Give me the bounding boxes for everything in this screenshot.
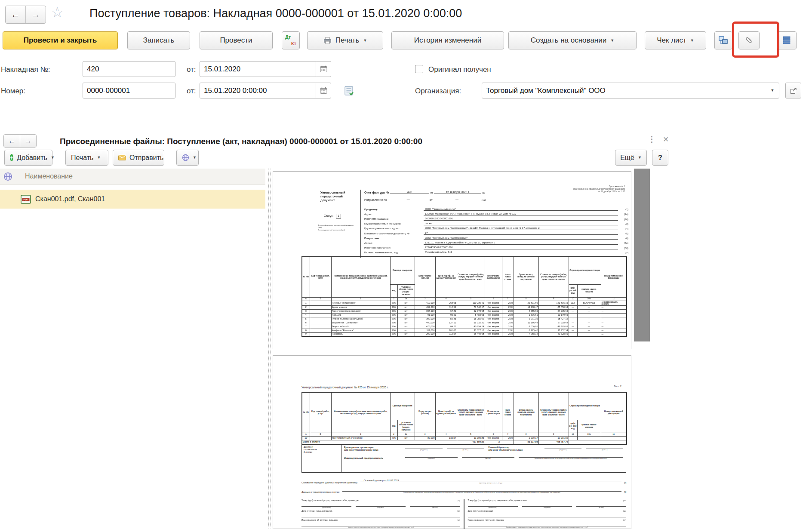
doc-cell: 20%	[502, 325, 514, 329]
doc-cell: шт	[397, 325, 415, 329]
print-button[interactable]: Печать ▼	[307, 31, 383, 49]
open-organization-button[interactable]	[785, 83, 801, 98]
doc-cell: 141 816,16	[538, 301, 569, 305]
file-row[interactable]: PDF Скан001.pdf, Скан001	[0, 190, 265, 209]
combo-arrow[interactable]: ▼	[766, 83, 779, 98]
back-button[interactable]: ←	[4, 135, 20, 147]
doc-cell: —	[569, 332, 577, 336]
doc-type-label: Универсальный передаточный документ	[320, 191, 357, 202]
original-received-label[interactable]: Оригинал получен	[428, 65, 491, 74]
doc2-basis-line: Основание передачи (сдачи) / получения (…	[301, 479, 626, 484]
doc-cell: Пюре чернослив с вишней	[331, 309, 390, 313]
add-file-button[interactable]: + Добавить ▼	[4, 150, 52, 166]
organization-input[interactable]: Торговый дом "Комплексный" ООО ▼	[482, 83, 779, 98]
structure-icon	[719, 36, 728, 45]
report-button[interactable]	[777, 31, 797, 49]
dtkt-button[interactable]: Дт Кт	[282, 31, 300, 49]
name-column-header[interactable]: Наименование	[25, 172, 73, 180]
from2-label: от:	[187, 87, 196, 95]
pane-splitter[interactable]	[268, 169, 271, 529]
window-menu-icon[interactable]: ⋮	[648, 134, 656, 144]
globe-icon	[182, 154, 189, 161]
doc-cell	[569, 440, 627, 444]
doc-cell: 18 427,12	[538, 317, 569, 321]
doc2-right-column: Товар (груз) получил / услуги, результат…	[464, 499, 627, 529]
doc-cell: 55 932,20	[457, 321, 485, 325]
save-button[interactable]: Записать	[127, 31, 190, 49]
doc-cell: Сумма налога, предъяв- ляемая покупателю	[514, 392, 538, 433]
doc-cell: Сумма налога, предъяв- ляемая покупателю	[514, 257, 538, 297]
doc-cell: 3	[415, 433, 435, 436]
doc-cell: 5	[457, 297, 485, 301]
doc-cell	[310, 332, 331, 336]
forward-button[interactable]: →	[25, 6, 46, 23]
doc-cell: 2а	[397, 297, 415, 301]
preview-scrollbar-thumb[interactable]	[634, 169, 650, 341]
date1-input[interactable]: 15.01.2020	[200, 61, 331, 77]
doc-cell: 440,000	[415, 321, 435, 325]
calendar-icon[interactable]	[316, 62, 331, 77]
doc2-sheet-label: Лист 2	[614, 385, 621, 388]
doc-cell: 796	[390, 329, 397, 332]
doc-cell: Творог взбитый	[331, 325, 390, 329]
number-input[interactable]: 0000-000001	[83, 83, 175, 98]
organization-label: Организация:	[415, 87, 461, 95]
structure-button[interactable]	[714, 31, 732, 49]
history-button[interactable]: История изменений	[391, 31, 504, 49]
doc-cell: 498 757,76	[538, 440, 569, 444]
doc-cell: условное обозна- чение (нацио- нальное)	[397, 284, 415, 297]
doc-cell: 83,000	[415, 436, 435, 440]
more-button[interactable]: Ещё ▼	[615, 150, 647, 166]
doc-cell: 22 778,98	[457, 309, 485, 313]
doc-cell	[310, 309, 331, 313]
calendar-icon[interactable]	[316, 83, 331, 98]
doc-cell: —	[569, 329, 577, 332]
report-lines-icon	[783, 36, 790, 45]
date2-input[interactable]: 15.01.2020 0:00:00	[200, 83, 331, 98]
help-button[interactable]: ?	[652, 150, 668, 166]
checklist-button[interactable]: Чек лист ▼	[645, 31, 706, 49]
forward-button[interactable]: →	[20, 135, 36, 147]
invoice-number-input[interactable]: 420	[83, 61, 175, 77]
doc-cell: 91,000	[415, 313, 435, 317]
send-file-button[interactable]: Отправить	[113, 150, 164, 166]
doc-cell: 50,85	[435, 317, 457, 321]
back-button[interactable]: ←	[6, 6, 25, 23]
stored-globe-icon[interactable]	[3, 172, 12, 181]
main-nav-buttons: ← →	[5, 6, 46, 24]
post-button[interactable]: Провести	[200, 31, 273, 49]
doc-item-row: 5Пудинг белково-шоколадный796шт302,00050…	[302, 317, 627, 321]
doc-cell: шт	[397, 309, 415, 313]
web-links-button[interactable]: ▼	[176, 150, 199, 166]
doc-handover-item: Товар (груз) получил / услуги, результат…	[468, 499, 627, 508]
doc-cell: —	[577, 313, 601, 317]
doc-cell: 2 200,17	[514, 436, 538, 440]
doc-cell: 10 179,66	[538, 313, 569, 317]
doc-cell: 71 542,17	[457, 305, 485, 309]
original-received-checkbox[interactable]	[415, 65, 423, 73]
favorite-star-icon[interactable]: ☆	[51, 3, 64, 21]
doc-cell: 796	[390, 321, 397, 325]
preview-pane-border	[669, 169, 669, 529]
attached-window-title: Присоединенные файлы: Поступление (акт, …	[60, 137, 422, 146]
doc-field-row: К платежно-расчетному документу № 27 (5)	[364, 230, 628, 235]
doc-cell: —	[569, 313, 577, 317]
doc-cell: 10а	[577, 433, 601, 436]
create-based-on-button[interactable]: Создать на основании ▼	[508, 31, 637, 49]
doc-cell: 6	[485, 297, 502, 301]
doc-cell: Страна происхождения товара	[569, 257, 601, 284]
doc-cell: 20%	[502, 436, 514, 440]
doc-cell: Крупа манная	[331, 305, 390, 309]
doc-item-row: 1Печенье "Юбилейное"796шт410,000268,9511…	[302, 301, 627, 305]
doc-cell: 4	[435, 297, 457, 301]
close-icon[interactable]: ✕	[663, 135, 669, 144]
document-movements-icon[interactable]	[343, 85, 354, 96]
print-file-button[interactable]: Печать ▼	[65, 150, 108, 166]
red-highlight-box	[732, 22, 779, 58]
doc2-header-line: Универсальный передаточный документ № 42…	[301, 386, 388, 389]
doc-status: Статус: 1	[324, 214, 341, 218]
doc-cell: 8	[302, 329, 310, 332]
doc-cell: Коли- чество (объем)	[415, 257, 435, 297]
doc-cell: циф- ро- вой код	[569, 420, 577, 433]
post-and-close-button[interactable]: Провести и закрыть	[3, 31, 118, 49]
